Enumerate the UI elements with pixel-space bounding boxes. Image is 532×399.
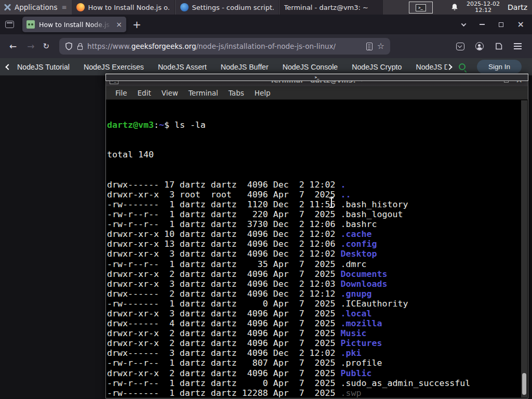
new-tab-button[interactable]: + — [126, 18, 148, 31]
user-menu[interactable]: Dartz — [508, 3, 527, 11]
terminal-output-line: -rw-r--r-- 1 dartz dartz 35 Apr 7 2025 .… — [107, 259, 528, 269]
site-nav-link[interactable]: NodeJS Console — [283, 63, 338, 71]
desktop: Applications ≡ How to Install Node.js o.… — [0, 0, 532, 399]
workspace-pager[interactable]: >_ — [409, 2, 433, 14]
file-attributes: drwxr-xr-x 2 dartz dartz 4096 Apr 7 2025 — [107, 368, 341, 378]
site-nav-links: NodeJS TutorialNodeJS ExercisesNodeJS As… — [17, 63, 447, 71]
reader-mode-icon[interactable] — [366, 43, 373, 50]
site-nav-link[interactable]: NodeJS Buffer — [221, 63, 269, 71]
terminal-output-line: drwxr-xr-x 2 dartz dartz 4096 Apr 7 2025… — [107, 328, 528, 338]
file-name: .config — [341, 239, 377, 249]
terminal-output-line: drwxr-xr-x 2 dartz dartz 4096 Apr 7 2025… — [107, 269, 528, 279]
clock[interactable]: 2025-12-02 12:12 — [467, 1, 500, 14]
terminal-menu-help[interactable]: Help — [249, 87, 276, 99]
site-nav-link[interactable]: NodeJS DNS — [416, 63, 447, 71]
nav-scroll-right-icon[interactable] — [446, 64, 452, 70]
reload-button[interactable]: ↻ — [40, 42, 55, 51]
tab-close-button[interactable]: × — [116, 21, 122, 28]
file-attributes: drwxr-xr-x 3 dartz dartz 4096 Dec 2 12:0… — [107, 279, 341, 289]
file-name: .gnupg — [341, 289, 372, 299]
lock-icon[interactable] — [77, 46, 83, 50]
file-attributes: drwxr-xr-x 3 dartz dartz 4096 Dec 2 12:0… — [107, 249, 341, 259]
file-attributes: -rw------- 1 dartz dartz 12288 Apr 7 202… — [107, 388, 341, 398]
file-name: Desktop — [341, 249, 377, 259]
taskbar-button[interactable]: >_Terminal - dartz@vm3: ~ — [279, 0, 383, 15]
applications-menu-button[interactable]: Applications ≡ — [0, 0, 71, 15]
url-bar[interactable]: https://www.geeksforgeeks.org/node-js/in… — [59, 38, 390, 55]
maximize-button[interactable] — [499, 22, 503, 27]
terminal-output[interactable]: dartz@vm3:~$ ls -la total 140 drwx------… — [106, 100, 528, 398]
sign-in-button[interactable]: Sign In — [477, 60, 522, 74]
site-nav-link[interactable]: NodeJS Exercises — [84, 63, 144, 71]
file-attributes: -rw-r--r-- 1 dartz dartz 3730 Dec 2 12:0… — [107, 219, 341, 229]
taskbar-button-title: Settings - codium script... — [192, 4, 274, 11]
back-button[interactable]: ← — [4, 41, 22, 51]
terminal-output-line: drwxr-xr-x 3 dartz dartz 4096 Apr 7 2025… — [107, 309, 528, 318]
terminal-output-line: drwxr-xr-x 3 dartz dartz 4096 Dec 2 12:0… — [107, 279, 528, 289]
terminal-output-line: drwx------ 2 dartz dartz 4096 Dec 2 12:1… — [107, 289, 528, 299]
pocket-icon[interactable] — [456, 43, 464, 50]
terminal-output-line: -rw------- 1 dartz dartz 1120 Dec 2 11:5… — [107, 200, 528, 209]
file-name: Music — [341, 328, 367, 338]
taskbar-button[interactable]: Settings - codium script... — [175, 0, 279, 15]
bookmark-star-icon[interactable]: ☆ — [377, 42, 384, 50]
file-name: Pictures — [341, 338, 382, 348]
file-name: .profile — [341, 358, 382, 368]
terminal-output-line: drwxr-xr-x 2 dartz dartz 4096 Apr 7 2025… — [107, 368, 528, 378]
terminal-menu-view[interactable]: View — [156, 87, 183, 99]
terminal-thumbnail-icon: >_ — [416, 4, 426, 11]
navigation-toolbar: ← → ↻ https://www.geeksforgeeks.org/node… — [0, 34, 532, 58]
terminal-menu-terminal[interactable]: Terminal — [183, 87, 223, 99]
terminal-output-line: drwxr-xr-x 3 root root 4096 Apr 7 2025 .… — [107, 190, 528, 200]
file-name: .dmrc — [341, 259, 367, 269]
taskbar-button-title: Terminal - dartz@vm3: ~ — [284, 4, 368, 11]
file-name: .pki — [341, 348, 362, 358]
site-nav-link[interactable]: NodeJS Assert — [158, 63, 207, 71]
terminal-output-line: drwxr-xr-x 10 dartz dartz 4096 Dec 2 12:… — [107, 229, 528, 239]
site-nav-link[interactable]: NodeJS Crypto — [352, 63, 402, 71]
file-attributes: drwx------ 4 dartz dartz 4096 Apr 7 2025 — [107, 318, 341, 328]
site-nav-link[interactable]: NodeJS Tutorial — [17, 63, 70, 71]
menu-lines-icon: ≡ — [61, 4, 66, 11]
terminal-menu-edit[interactable]: Edit — [132, 87, 156, 99]
minimize-button[interactable] — [480, 24, 485, 25]
forward-button[interactable]: → — [22, 41, 39, 51]
menu-hamburger-icon[interactable] — [514, 43, 522, 49]
file-name: Documents — [341, 269, 388, 279]
close-button[interactable]: × — [517, 20, 524, 29]
command-text: ls -la — [175, 120, 206, 130]
file-attributes: drwxr-xr-x 2 dartz dartz 4096 Apr 7 2025 — [107, 338, 341, 348]
window-controls: × — [462, 20, 532, 29]
tracking-protection-shield-icon[interactable] — [65, 42, 73, 50]
url-text[interactable]: https://www.geeksforgeeks.org/node-js/in… — [87, 42, 336, 50]
account-icon[interactable] — [475, 42, 484, 50]
terminal-menu-file[interactable]: File — [110, 87, 132, 99]
file-attributes: -rw------- 1 dartz dartz 0 Apr 7 2025 — [107, 299, 341, 309]
terminal-output-line: drwx------ 3 dartz dartz 4096 Dec 2 12:0… — [107, 348, 528, 358]
firefox-view-icon[interactable] — [5, 21, 14, 28]
terminal-menu-tabs[interactable]: Tabs — [223, 87, 249, 99]
terminal-icon: >_ — [105, 74, 528, 81]
file-name: .ICEauthority — [341, 299, 408, 309]
terminal-output-line: -rw-r--r-- 1 dartz dartz 220 Apr 7 2025 … — [107, 209, 528, 219]
terminal-scrollbar[interactable] — [521, 100, 527, 397]
terminal-output-line: -rw-r--r-- 1 dartz dartz 807 Apr 7 2025 … — [107, 358, 528, 368]
search-icon[interactable] — [459, 63, 466, 70]
file-attributes: drwxr-xr-x 3 root root 4096 Apr 7 2025 — [107, 190, 341, 200]
file-name: .. — [341, 190, 351, 200]
terminal-scrollbar-thumb[interactable] — [522, 373, 526, 395]
extensions-icon[interactable] — [495, 42, 503, 50]
nav-scroll-left-icon[interactable] — [5, 64, 11, 70]
geeksforgeeks-favicon — [26, 20, 35, 29]
terminal-total-line: total 140 — [107, 150, 528, 159]
prompt-user-host: dartz@vm3 — [107, 120, 154, 130]
file-name: .cache — [341, 229, 372, 239]
file-name: .sudo_as_admin_successful — [341, 378, 471, 388]
notification-bell-icon[interactable] — [450, 3, 459, 11]
list-all-tabs-chevron-icon[interactable] — [461, 21, 466, 26]
taskbar-button[interactable]: How to Install Node.js o... — [71, 0, 175, 15]
file-attributes: drwx------ 3 dartz dartz 4096 Dec 2 12:0… — [107, 348, 341, 358]
browser-tab[interactable]: How to Install Node.js on × — [22, 17, 126, 32]
panel-status-area: 2025-12-02 12:12 Dartz — [450, 0, 532, 15]
file-name: Downloads — [341, 279, 388, 289]
